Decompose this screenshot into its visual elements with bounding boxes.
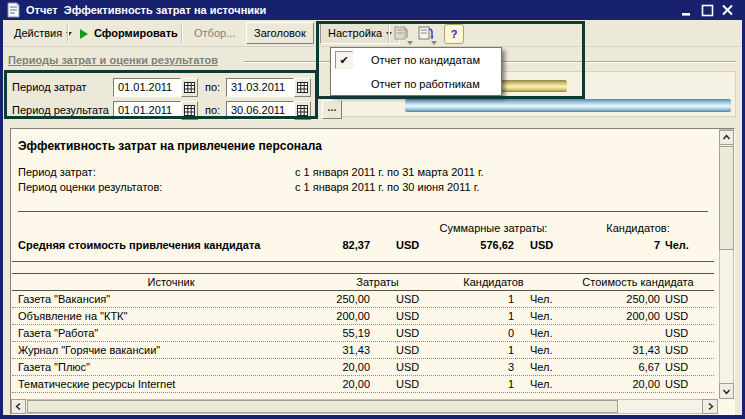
table-cell: 0 <box>425 325 514 341</box>
table-row: Газета "Плюс"20,00USD3Чел.6,67USD <box>12 359 714 376</box>
periods-group-title[interactable]: Периоды затрат и оценки результатов <box>8 54 218 66</box>
table-header-row: Источник Затраты Кандидатов Стоимость ка… <box>12 273 714 291</box>
check-icon: ✔ <box>335 51 353 69</box>
save-settings-button[interactable] <box>416 23 438 45</box>
table-cell: 200,00 <box>562 308 660 324</box>
table-cell: 200,00 <box>330 308 370 324</box>
calendar-icon <box>184 82 195 93</box>
generate-label: Сформировать <box>94 27 178 39</box>
table-row: Газета "Вакансия"250,00USD1Чел.250,00USD <box>12 291 714 308</box>
table-cell: USD <box>370 291 425 307</box>
settings-dropdown-menu: ✔ Отчет по кандидатам Отчет по работника… <box>330 47 502 96</box>
period-more-button[interactable]: ... <box>322 100 342 119</box>
table-row: Объявление на "КТК"200,00USD1Чел.200,00U… <box>12 308 714 325</box>
candidates-value: 7 <box>562 237 660 253</box>
table-cell: USD <box>660 342 714 358</box>
chevron-up-icon <box>722 134 731 141</box>
calendar-icon <box>184 105 195 116</box>
scroll-down-button[interactable] <box>719 383 734 399</box>
calendar-button[interactable] <box>181 78 198 97</box>
column-header-source: Источник <box>12 274 330 290</box>
table-cell: Чел. <box>514 308 562 324</box>
column-header-cost-per-candidate: Стоимость кандидата <box>562 274 714 290</box>
actions-menu-button[interactable]: Действия <box>6 22 80 44</box>
cost-period-to-field[interactable]: 31.03.2011 <box>226 78 294 97</box>
header-label: Заголовок <box>254 27 306 39</box>
result-period-to-field[interactable]: 30.06.2011 <box>226 101 294 120</box>
report-param-label: Период оценки результатов: <box>18 181 162 193</box>
to-label: по: <box>205 78 220 97</box>
table-cell: USD <box>370 325 425 341</box>
report-divider <box>12 261 714 262</box>
restore-settings-button[interactable] <box>392 23 414 45</box>
chevron-down-icon <box>407 41 413 45</box>
table-cell: Объявление на "КТК" <box>12 308 330 324</box>
vertical-scrollbar-thumb[interactable] <box>719 146 734 250</box>
table-cell: USD <box>660 308 714 324</box>
horizontal-scrollbar-thumb[interactable] <box>27 400 618 413</box>
table-cell: Чел. <box>514 325 562 341</box>
table-cell: Чел. <box>514 342 562 358</box>
calendar-icon <box>297 105 308 116</box>
total-costs-header: Суммарные затраты: <box>425 221 562 236</box>
table-cell <box>562 325 660 341</box>
table-cell: USD <box>370 359 425 375</box>
help-label: ? <box>451 28 458 40</box>
table-cell: USD <box>660 376 714 392</box>
menu-item-report-by-candidates[interactable]: ✔ Отчет по кандидатам <box>331 48 501 72</box>
header-toggle-button[interactable]: Заголовок <box>246 22 314 44</box>
table-row: Тематические ресурсы Internet20,00USD1Че… <box>12 376 714 393</box>
column-header-candidates: Кандидатов <box>425 274 562 290</box>
scroll-up-button[interactable] <box>719 130 734 145</box>
report-document-icon <box>5 2 21 18</box>
table-row: Журнал "Горячие вакансии"31,43USD1Чел.31… <box>12 342 714 359</box>
avg-cost-value: 82,37 <box>330 237 370 253</box>
menu-item-report-by-employees[interactable]: Отчет по работникам <box>331 72 501 96</box>
table-cell: 31,43 <box>562 342 660 358</box>
chevron-down-icon <box>722 388 731 395</box>
scroll-left-button[interactable] <box>11 399 26 414</box>
table-cell: 31,43 <box>330 342 370 358</box>
table-cell: 250,00 <box>562 291 660 307</box>
cost-period-label: Период затрат <box>12 78 87 97</box>
table-cell: USD <box>370 308 425 324</box>
table-cell: Газета "Вакансия" <box>12 291 330 307</box>
save-settings-icon <box>417 24 435 42</box>
table-cell: 55,19 <box>330 325 370 341</box>
summary-header-row: Суммарные затраты: Кандидатов: <box>12 221 714 236</box>
filter-button[interactable]: Отбор... <box>186 22 243 44</box>
candidates-header: Кандидатов: <box>562 221 714 236</box>
help-button[interactable]: ? <box>444 24 464 44</box>
calendar-icon <box>297 82 308 93</box>
report-param-value: с 1 января 2011 г. по 31 марта 2011 г. <box>295 166 484 178</box>
generate-button[interactable]: Сформировать <box>72 22 186 44</box>
calendar-button[interactable] <box>294 101 311 120</box>
menu-item-label: Отчет по работникам <box>371 78 480 90</box>
table-cell: 250,00 <box>330 291 370 307</box>
toolbar-separator <box>181 24 183 42</box>
table-cell: Газета "Плюс" <box>12 359 330 375</box>
total-costs-value: 576,62 <box>425 237 514 253</box>
calendar-button[interactable] <box>294 78 311 97</box>
maximize-button[interactable] <box>701 4 715 17</box>
table-cell: Газета "Работа" <box>12 325 330 341</box>
table-cell: 20,00 <box>330 376 370 392</box>
scroll-right-button[interactable] <box>702 399 718 414</box>
minimize-button[interactable] <box>680 4 694 17</box>
window-title: Отчет Эффективность затрат на источники <box>26 0 266 20</box>
cost-period-from-field[interactable]: 01.01.2011 <box>113 78 181 97</box>
close-button[interactable] <box>721 4 735 17</box>
result-period-from-field[interactable]: 01.01.2011 <box>113 101 181 120</box>
avg-cost-label: Средняя стоимость привлечения кандидата <box>12 237 330 253</box>
total-costs-unit: USD <box>514 237 562 253</box>
actions-label: Действия <box>14 27 62 39</box>
calendar-button[interactable] <box>181 101 198 120</box>
chevron-right-icon <box>707 402 714 411</box>
report-param-value: с 1 января 2011 г. по 30 июня 2011 г. <box>295 181 479 193</box>
table-cell: 1 <box>425 342 514 358</box>
toolbar-separator <box>67 24 69 42</box>
title-bar: Отчет Эффективность затрат на источники <box>0 0 745 20</box>
table-cell: USD <box>370 376 425 392</box>
summary-row: Средняя стоимость привлечения кандидата … <box>12 237 714 253</box>
table-cell: 6,67 <box>562 359 660 375</box>
